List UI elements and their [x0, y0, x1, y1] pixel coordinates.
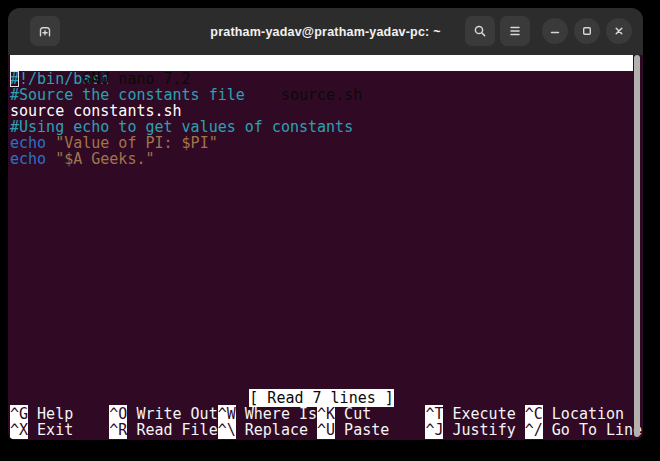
shortcut-label: Paste	[344, 421, 389, 439]
close-button[interactable]	[606, 18, 632, 44]
editor-empty-space[interactable]	[10, 167, 643, 390]
shortcut-label: Exit	[37, 421, 73, 439]
shortcut-execute: ^TExecute	[425, 406, 515, 422]
terminal-scrollbar[interactable]	[634, 55, 640, 437]
nano-titlebar: GNU nano 7.2 source.sh	[10, 55, 633, 71]
search-button[interactable]	[465, 16, 495, 46]
code-line: echo "Value of PI: $PI"	[10, 135, 643, 151]
code-line: echo "$A Geeks."	[10, 151, 643, 167]
nano-version: GNU nano 7.2	[64, 70, 190, 88]
shortcut-justify: ^JJustify	[425, 422, 515, 438]
terminal-window: pratham-yadav@pratham-yadav-pc: ~	[8, 8, 643, 440]
nano-shortcut-row-2: ^XExit ^RRead File ^\Replace ^UPaste ^JJ…	[10, 422, 633, 438]
shortcut-location: ^CLocation	[525, 406, 624, 422]
shortcut-paste: ^UPaste	[317, 422, 389, 438]
code-line: source constants.sh	[10, 103, 643, 119]
minimize-icon	[548, 24, 562, 38]
shortcut-where-is: ^WWhere Is	[218, 406, 317, 422]
code-segment: echo	[10, 150, 46, 168]
shortcut-write-out: ^OWrite Out	[109, 406, 217, 422]
maximize-button[interactable]	[574, 18, 600, 44]
maximize-icon	[580, 24, 594, 38]
shortcut-cut: ^KCut	[317, 406, 371, 422]
shortcut-read-file: ^RRead File	[109, 422, 217, 438]
shortcut-key: ^R	[109, 421, 127, 439]
shortcut-key: ^X	[10, 421, 28, 439]
shortcut-key: ^/	[525, 421, 543, 439]
screen: { "titlebar": { "title": "pratham-yadav@…	[0, 0, 660, 461]
code-segment: "$A Geeks."	[46, 150, 154, 168]
shortcut-go-to-line: ^/Go To Line	[525, 422, 642, 438]
shortcut-exit: ^XExit	[10, 422, 73, 438]
shortcut-label: Go To Line	[552, 421, 642, 439]
shortcut-key: ^U	[317, 421, 335, 439]
close-icon	[612, 24, 626, 38]
shortcut-label: Replace	[245, 421, 308, 439]
shortcut-key: ^J	[425, 421, 443, 439]
menu-icon	[507, 23, 523, 39]
nano-status-row: [ Read 7 lines ]	[10, 390, 633, 406]
shortcut-label: Read File	[136, 421, 217, 439]
menu-button[interactable]	[500, 16, 530, 46]
titlebar: pratham-yadav@pratham-yadav-pc: ~	[8, 8, 643, 55]
code-line: #Using echo to get values of constants	[10, 119, 643, 135]
shortcut-label: Justify	[452, 421, 515, 439]
nano-filename: source.sh	[281, 87, 362, 103]
shortcut-key: ^\	[218, 421, 236, 439]
nano-shortcut-row-1: ^GHelp ^OWrite Out ^WWhere Is ^KCut ^TEx…	[10, 406, 633, 422]
shortcut-replace: ^\Replace	[218, 422, 308, 438]
shortcut-help: ^GHelp	[10, 406, 73, 422]
minimize-button[interactable]	[542, 18, 568, 44]
search-icon	[472, 23, 488, 39]
terminal-content[interactable]: GNU nano 7.2 source.sh #!/bin/bash #Sour…	[8, 55, 643, 440]
